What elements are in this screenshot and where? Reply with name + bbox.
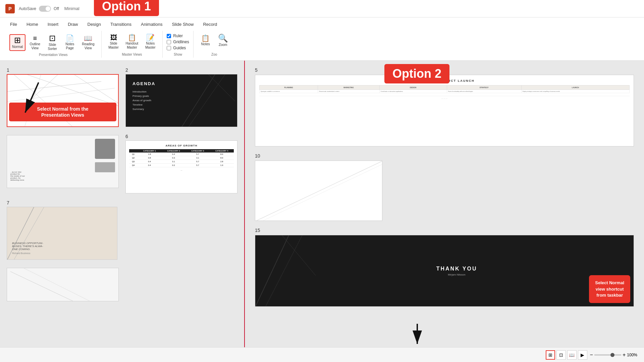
guides-checkbox[interactable]: Guides	[167, 46, 189, 50]
taskbar-slideshow-button[interactable]: ▶	[578, 350, 587, 360]
tab-file[interactable]: File	[5, 20, 22, 29]
outline-view-button[interactable]: ≡ OutlineView	[27, 33, 43, 52]
tab-design[interactable]: Design	[83, 20, 106, 29]
right-slide-item-10[interactable]: 10	[255, 153, 382, 221]
zoom-buttons: 📋 Notes 🔍 Zoom	[198, 32, 231, 49]
tab-record[interactable]: Record	[198, 20, 222, 29]
ribbon-group-zoom: 📋 Notes 🔍 Zoom Zoo	[194, 31, 235, 58]
taskbar-normal-view-button[interactable]: ⊞	[546, 350, 555, 360]
quote-text: BUSINESS OPPORTUNI-BUSES. THERE'S ALWA-O…	[12, 242, 112, 251]
tab-animations[interactable]: Animations	[136, 20, 167, 29]
presentation-view-buttons: ⊞ Normal ≡ OutlineView ⊡ SlideSorter 📄 N…	[9, 32, 97, 53]
product-cell-5: Deploy strategic ecommerce and compellin…	[521, 90, 629, 93]
tab-insert[interactable]: Insert	[43, 20, 63, 29]
thankyou-name: Mirjam Nilsson	[436, 273, 477, 276]
slide-item-8[interactable]	[7, 266, 119, 301]
slide-sorter-icon: ⊡	[49, 34, 56, 42]
data-slide-title: AREAS OF GROWTH	[129, 144, 234, 147]
reading-view-button[interactable]: 📖 ReadingView	[79, 33, 97, 52]
slide-num-7: 7	[7, 200, 237, 205]
slide-master-button[interactable]: 🖼 SlideMaster	[106, 32, 122, 52]
slide-item-3[interactable]: ...ig our newproduct forthe needs of our…	[7, 134, 119, 193]
taskbar-slide-sorter-button[interactable]: ⊡	[556, 350, 566, 360]
beige-quote: BUSINESS OPPORTUNI-BUSES. THERE'S ALWA-O…	[12, 242, 112, 254]
slide-thumb-7[interactable]: BUSINESS OPPORTUNI-BUSES. THERE'S ALWA-O…	[7, 207, 117, 260]
thankyou-geometric-svg	[255, 235, 444, 306]
right-slide-thumb-5[interactable]: PLAN FOR PRODUCT LAUNCH PLANNING MARKETI…	[255, 75, 634, 146]
zoom-control: − + 100%	[590, 352, 637, 358]
table-row: Q11.80.45.78.0	[129, 153, 234, 156]
show-checkboxes: Ruler Gridlines Guides	[167, 32, 189, 50]
slide-thumb-3[interactable]: ...ig our newproduct forthe needs of our…	[7, 135, 119, 188]
tab-home[interactable]: Home	[22, 20, 43, 29]
ribbon-group-show: Ruler Gridlines Guides Show	[163, 31, 193, 58]
autosave-toggle[interactable]	[39, 6, 51, 12]
product-footer: — — —	[259, 96, 630, 100]
slide-thumb-8[interactable]	[7, 268, 119, 301]
ruler-checkbox[interactable]: Ruler	[167, 34, 189, 38]
handout-master-label: HandoutMaster	[126, 42, 139, 50]
right-slide-thumb-15[interactable]: THANK YOU Mirjam Nilsson Select Normalvi…	[255, 235, 634, 307]
table-row: Q30.43.15.72.8	[129, 160, 234, 164]
master-views-label: Master Views	[122, 53, 142, 58]
zoom-button[interactable]: 🔍 Zoom	[215, 32, 231, 49]
col-header-2: CATEGORY 2	[162, 149, 186, 153]
notes-master-icon: 📝	[146, 34, 155, 41]
table-row: Synergize scalable e-commerce Disseminat…	[260, 90, 630, 93]
gridlines-checkbox[interactable]: Gridlines	[167, 40, 189, 44]
notes-label: Notes	[201, 42, 210, 46]
main-area: 1 Select Normal from thePresentation Vie…	[0, 61, 644, 362]
slide-item-7[interactable]: 7 BUSINESS OPPORTUNI-BUSES. THERE'S ALWA…	[7, 200, 237, 260]
right-slide-item-15[interactable]: 15 THANK YOU Mirjam Nilsson Select Norm	[255, 228, 634, 307]
normal-view-arrow	[18, 79, 59, 119]
taskbar: ⊞ ⊡ 📖 ▶ − + 100%	[0, 347, 644, 362]
ribbon: File Home Insert Draw Design Transitions…	[0, 17, 644, 61]
option1-badge: Option 1	[94, 0, 159, 16]
zoom-group-label: Zoo	[211, 53, 217, 58]
notes-page-label: NotesPage	[65, 42, 74, 50]
thankyou-text-area: THANK YOU Mirjam Nilsson	[436, 266, 477, 276]
slide-thumb-6[interactable]: AREAS OF GROWTH CATEGORY 1 CATEGORY 2 CA…	[125, 140, 237, 193]
notes-master-button[interactable]: 📝 NotesMaster	[142, 32, 158, 52]
product-cell-1: Synergize scalable e-commerce	[260, 90, 318, 93]
normal-view-icon: ⊞	[14, 36, 21, 44]
tab-transitions[interactable]: Transitions	[106, 20, 136, 29]
tab-slideshow[interactable]: Slide Show	[167, 20, 198, 29]
zoom-minus-button[interactable]: −	[590, 352, 593, 358]
slide-sorter-button[interactable]: ⊡ SlideSorter	[44, 32, 60, 53]
slide-item-6[interactable]: 6 AREAS OF GROWTH CATEGORY 1 CATEGORY 2 …	[125, 134, 237, 193]
zoom-icon: 🔍	[218, 34, 228, 42]
zoom-percent: 100%	[627, 353, 637, 357]
right-slide-row-10: 10	[255, 153, 634, 221]
titlebar: P AutoSave Off Minimal Option 1	[0, 0, 644, 17]
product-cell-4: Foster functionality without methodologi…	[447, 90, 521, 93]
slide-num-1: 1	[7, 67, 119, 73]
data-table: CATEGORY 1 CATEGORY 2 CATEGORY 3 CATEGOR…	[129, 149, 234, 167]
tab-draw[interactable]: Draw	[63, 20, 83, 29]
product-cell-3: Coordinate on interactive applications	[379, 90, 447, 93]
right-slide-thumb-10[interactable]	[255, 161, 382, 221]
taskbar-shortcut-callout: Select Normalview shortcutfrom taskbar	[589, 275, 630, 303]
ribbon-content: ⊞ Normal ≡ OutlineView ⊡ SlideSorter 📄 N…	[0, 29, 644, 60]
slide-thumb-2[interactable]: AGENDA Introduction Primary goals Areas …	[125, 74, 237, 127]
thankyou-title: THANK YOU	[436, 266, 477, 272]
zoom-label: Zoom	[219, 43, 227, 47]
handout-master-button[interactable]: 📋 HandoutMaster	[123, 32, 141, 52]
taskbar-shortcut-arrow	[404, 320, 431, 347]
handout-master-icon: 📋	[128, 34, 136, 41]
slide-item-2[interactable]: 2 AGENDA Introduction Primary goals Area…	[125, 67, 237, 127]
product-cell-2: Disseminate standardized content	[318, 90, 379, 93]
svg-line-14	[10, 272, 74, 301]
right-panel: Option 2 5 PLAN FOR PRODUCT LAUNCH PLANN…	[245, 61, 644, 362]
normal-view-button[interactable]: ⊞ Normal	[9, 34, 25, 51]
zoom-plus-button[interactable]: +	[623, 352, 626, 358]
agenda-geometric-svg	[181, 74, 237, 127]
zoom-slider[interactable]	[594, 354, 621, 356]
normal-view-label: Normal	[12, 45, 23, 49]
col-header-1: CATEGORY 1	[138, 149, 162, 153]
slide-master-icon: 🖼	[110, 34, 117, 41]
notes-page-button[interactable]: 📄 NotesPage	[62, 33, 78, 52]
slide-sorter-label: SlideSorter	[48, 43, 57, 51]
notes-button[interactable]: 📋 Notes	[198, 33, 214, 48]
taskbar-reading-view-button[interactable]: 📖	[567, 350, 577, 360]
